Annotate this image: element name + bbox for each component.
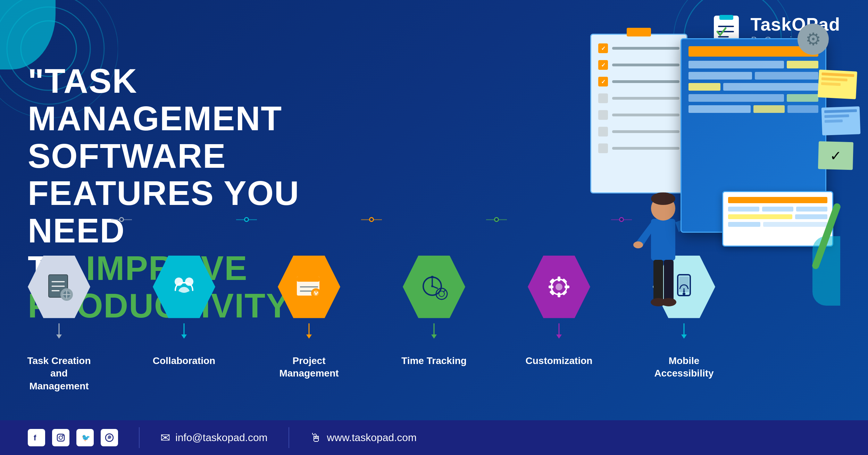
svg-rect-39 <box>558 276 560 281</box>
teal-bottom-decoration <box>812 236 840 306</box>
cursor-icon: 🖱 <box>310 431 322 445</box>
svg-point-19 <box>175 278 183 286</box>
customization-icon <box>542 270 576 304</box>
svg-line-36 <box>444 290 445 292</box>
collaboration-icon <box>167 270 201 304</box>
svg-rect-43 <box>549 278 555 284</box>
gear-icon: ⚙ <box>798 24 829 55</box>
svg-rect-46 <box>562 290 567 296</box>
illustration-area: ✓ ✓ ✓ <box>597 28 840 340</box>
whatsapp-icon[interactable] <box>101 429 118 446</box>
feature-label-task-creation: Task Creationand Management <box>21 355 97 392</box>
svg-rect-7 <box>719 15 733 20</box>
svg-point-54 <box>651 192 675 205</box>
svg-point-60 <box>661 298 676 306</box>
hex-bg-time-tracking <box>403 256 465 318</box>
svg-rect-45 <box>549 290 555 296</box>
website-url: www.taskopad.com <box>327 432 417 444</box>
svg-rect-42 <box>565 286 569 288</box>
svg-line-32 <box>432 286 437 288</box>
svg-point-64 <box>62 435 64 436</box>
hex-bg-customization <box>528 256 590 318</box>
feature-label-project-management: ProjectManagement <box>279 355 339 380</box>
feature-time-tracking: Time Tracking <box>396 254 472 367</box>
hexagon-time-tracking <box>401 254 467 320</box>
svg-point-55 <box>633 241 643 248</box>
svg-point-26 <box>313 290 319 296</box>
headline-line1: "TASK MANAGEMENT <box>28 63 340 138</box>
footer-bar: f 🐦 ✉ info@taskop <box>0 420 868 455</box>
svg-rect-44 <box>562 278 567 284</box>
hex-bg-collaboration <box>153 256 215 318</box>
feature-customization: Customization <box>521 254 597 367</box>
svg-rect-57 <box>653 260 663 301</box>
svg-rect-41 <box>549 286 553 288</box>
time-tracking-icon <box>417 270 451 304</box>
email-address: info@taskopad.com <box>175 432 268 444</box>
secondary-card <box>722 191 833 247</box>
project-management-icon <box>292 270 326 304</box>
svg-rect-22 <box>297 276 319 282</box>
svg-rect-40 <box>558 292 560 297</box>
svg-point-33 <box>431 276 434 279</box>
footer-website: 🖱 www.taskopad.com <box>310 431 417 445</box>
headline-line2: SOFTWARE FEATURES YOU NEED <box>28 138 340 250</box>
feature-project-management: ProjectManagement <box>271 254 347 380</box>
feature-label-time-tracking: Time Tracking <box>401 355 467 367</box>
svg-text:f: f <box>34 433 36 442</box>
footer-divider-1 <box>139 427 140 448</box>
feature-label-mobile-accessibility: MobileAccessibility <box>654 355 713 380</box>
svg-rect-52 <box>651 219 675 260</box>
clipboard-illustration: ✓ ✓ ✓ <box>590 28 687 195</box>
sticky-note-green: ✓ <box>818 141 853 170</box>
hexagon-project-management <box>276 254 342 320</box>
hexagon-collaboration <box>151 254 217 320</box>
task-creation-icon <box>42 270 76 304</box>
hexagon-customization <box>526 254 592 320</box>
social-icons-group: f 🐦 <box>28 429 118 446</box>
feature-label-customization: Customization <box>526 355 593 367</box>
svg-rect-58 <box>664 260 674 301</box>
svg-point-20 <box>185 278 193 286</box>
feature-label-collaboration: Collaboration <box>153 355 215 367</box>
feature-task-creation: Task Creationand Management <box>21 254 97 392</box>
svg-text:🐦: 🐦 <box>82 433 90 442</box>
hex-bg-task-creation <box>28 256 90 318</box>
sticky-note-blue <box>821 106 861 135</box>
hexagon-task-creation <box>26 254 92 320</box>
svg-point-63 <box>59 436 62 439</box>
email-icon: ✉ <box>160 431 170 445</box>
instagram-icon[interactable] <box>52 429 69 446</box>
hex-bg-project-management <box>278 256 340 318</box>
svg-point-38 <box>556 283 562 290</box>
twitter-icon[interactable]: 🐦 <box>76 429 94 446</box>
feature-collaboration: Collaboration <box>146 254 222 367</box>
main-banner: TaskOPad Be Organized "TASK MANAGEMENT S… <box>0 0 868 455</box>
footer-divider-2 <box>289 427 289 448</box>
facebook-icon[interactable]: f <box>28 429 45 446</box>
sticky-note-yellow <box>818 69 857 99</box>
footer-email: ✉ info@taskopad.com <box>160 431 268 445</box>
